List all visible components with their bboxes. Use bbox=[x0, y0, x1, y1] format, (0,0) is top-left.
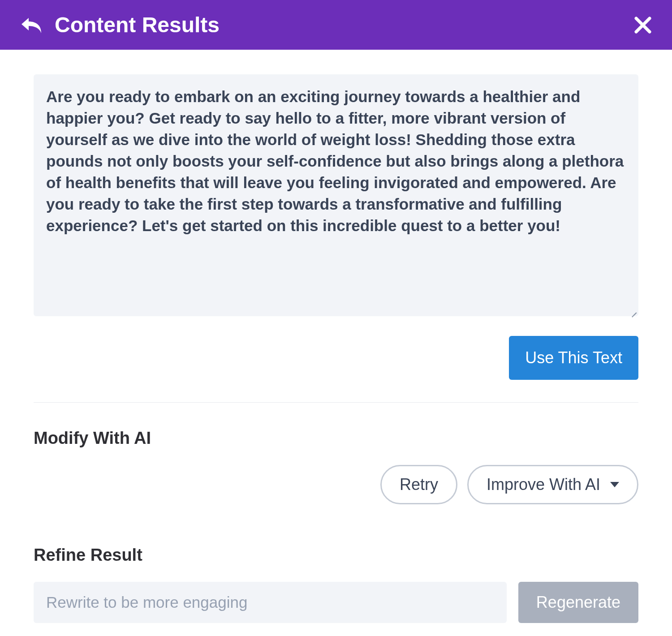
close-button[interactable] bbox=[634, 17, 651, 34]
chevron-down-icon bbox=[610, 482, 619, 487]
divider bbox=[34, 402, 638, 403]
actions-row: Use This Text bbox=[34, 336, 638, 380]
regenerate-button[interactable]: Regenerate bbox=[518, 582, 638, 623]
header-left: Content Results bbox=[21, 13, 220, 37]
improve-label: Improve With AI bbox=[487, 475, 600, 494]
refine-input[interactable] bbox=[34, 582, 507, 623]
use-this-text-button[interactable]: Use This Text bbox=[509, 336, 638, 380]
improve-with-ai-dropdown[interactable]: Improve With AI bbox=[467, 465, 638, 504]
header-bar: Content Results bbox=[0, 0, 672, 50]
resize-handle-icon bbox=[629, 306, 637, 314]
refine-section-title: Refine Result bbox=[34, 546, 638, 565]
close-icon bbox=[634, 17, 651, 34]
result-text: Are you ready to embark on an exciting j… bbox=[46, 86, 626, 236]
retry-button[interactable]: Retry bbox=[380, 465, 457, 504]
reply-arrow-icon bbox=[21, 16, 42, 34]
modify-section-title: Modify With AI bbox=[34, 429, 638, 448]
refine-row: Regenerate bbox=[34, 582, 638, 623]
page-title: Content Results bbox=[55, 13, 220, 37]
result-textarea[interactable]: Are you ready to embark on an exciting j… bbox=[34, 74, 638, 316]
content-area: Are you ready to embark on an exciting j… bbox=[0, 50, 672, 636]
ai-buttons-row: Retry Improve With AI bbox=[34, 465, 638, 504]
back-button[interactable] bbox=[21, 16, 42, 34]
retry-label: Retry bbox=[400, 475, 438, 494]
